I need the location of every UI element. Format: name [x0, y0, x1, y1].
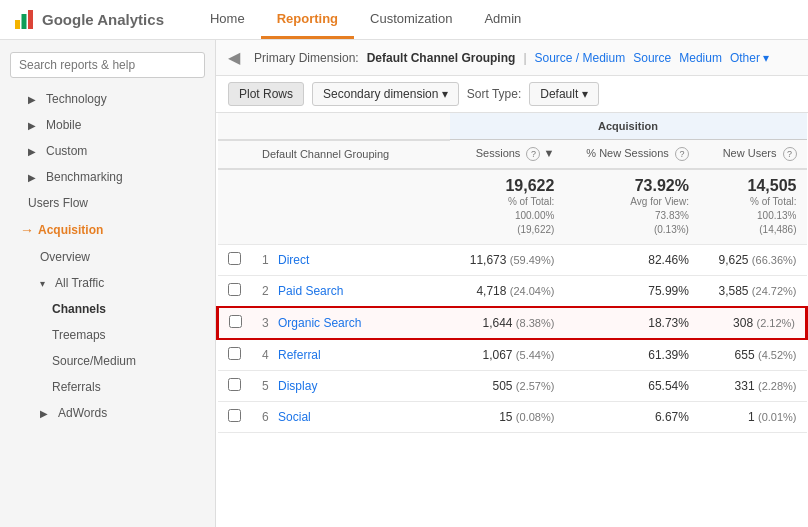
- table-row: 2 Paid Search 4,718 (24.04%) 75.99% 3,58…: [218, 276, 807, 308]
- data-table-wrap: Acquisition Default Channel Grouping Ses…: [216, 113, 808, 433]
- row2-checkbox[interactable]: [228, 283, 241, 296]
- sidebar-item-all-traffic[interactable]: ▾ All Traffic: [0, 270, 215, 296]
- sidebar-label-channels: Channels: [52, 302, 106, 316]
- row2-pct-new: 75.99%: [564, 276, 699, 308]
- dim-link-source[interactable]: Source: [633, 51, 671, 65]
- row4-channel-link[interactable]: Referral: [278, 348, 321, 362]
- row3-checkbox[interactable]: [229, 315, 242, 328]
- app-header: Google Analytics Home Reporting Customiz…: [0, 0, 808, 40]
- primary-dim-label: Primary Dimension:: [254, 51, 359, 65]
- nav-customization[interactable]: Customization: [354, 0, 468, 39]
- row1-num: 1: [262, 253, 269, 267]
- row2-channel-link[interactable]: Paid Search: [278, 284, 343, 298]
- totals-pct-new-sub: Avg for View: 73.83% (0.13%): [574, 195, 689, 237]
- row6-new-users: 1 (0.01%): [699, 402, 807, 433]
- row6-sessions-val: 15: [499, 410, 512, 424]
- row4-nu-pct: (4.52%): [758, 349, 797, 361]
- dim-link-source-medium[interactable]: Source / Medium: [535, 51, 626, 65]
- row5-checkbox[interactable]: [228, 378, 241, 391]
- sidebar-item-overview[interactable]: Overview: [0, 244, 215, 270]
- row2-new-users: 3,585 (24.72%): [699, 276, 807, 308]
- totals-sessions-sub3: (19,622): [517, 224, 554, 235]
- sidebar-item-acquisition[interactable]: → Acquisition: [0, 216, 215, 244]
- row2-check[interactable]: [218, 276, 253, 308]
- row4-nu-val: 655: [735, 348, 755, 362]
- row4-checkbox[interactable]: [228, 347, 241, 360]
- row1-sessions-val: 11,673: [470, 253, 507, 267]
- chevron-icon: ▶: [40, 408, 48, 419]
- sort-default-button[interactable]: Default ▾: [529, 82, 598, 106]
- totals-sessions-sub2: 100.00%: [515, 210, 554, 221]
- sidebar-item-referrals[interactable]: Referrals: [0, 374, 215, 400]
- toolbar: Plot Rows Secondary dimension ▾ Sort Typ…: [216, 76, 808, 113]
- row1-checkbox[interactable]: [228, 252, 241, 265]
- secondary-dim-button[interactable]: Secondary dimension ▾: [312, 82, 459, 106]
- row5-check[interactable]: [218, 371, 253, 402]
- sidebar-item-custom[interactable]: ▶ Custom: [0, 138, 215, 164]
- sidebar: ▶ Technology ▶ Mobile ▶ Custom ▶ Benchma…: [0, 40, 216, 527]
- logo-icon: [12, 8, 36, 32]
- row6-check[interactable]: [218, 402, 253, 433]
- svg-rect-2: [28, 10, 33, 29]
- sidebar-item-benchmarking[interactable]: ▶ Benchmarking: [0, 164, 215, 190]
- search-input[interactable]: [10, 52, 205, 78]
- row6-checkbox[interactable]: [228, 409, 241, 422]
- row4-sessions-val: 1,067: [482, 348, 512, 362]
- new-users-info-icon[interactable]: ?: [783, 147, 797, 161]
- row3-sessions-pct: (8.38%): [516, 317, 555, 329]
- sessions-sort-icon[interactable]: ▼: [544, 147, 555, 159]
- row2-num: 2: [262, 284, 269, 298]
- table-row: 4 Referral 1,067 (5.44%) 61.39% 655 (4.5…: [218, 339, 807, 371]
- row3-pct-new: 18.73%: [564, 307, 699, 339]
- table-row-highlighted: 3 Organic Search 1,644 (8.38%) 18.73% 30…: [218, 307, 807, 339]
- sidebar-item-treemaps[interactable]: Treemaps: [0, 322, 215, 348]
- row5-channel-link[interactable]: Display: [278, 379, 317, 393]
- sidebar-label-users-flow: Users Flow: [28, 196, 88, 210]
- totals-nu-sub3: (14,486): [759, 224, 796, 235]
- nav-reporting[interactable]: Reporting: [261, 0, 354, 39]
- row5-nu-pct: (2.28%): [758, 380, 797, 392]
- row1-check[interactable]: [218, 245, 253, 276]
- row4-sessions-pct: (5.44%): [516, 349, 555, 361]
- row4-num: 4: [262, 348, 269, 362]
- dim-link-other[interactable]: Other ▾: [730, 51, 769, 65]
- row2-nu-val: 3,585: [718, 284, 748, 298]
- nav-home[interactable]: Home: [194, 0, 261, 39]
- row3-nu-pct: (2.12%): [756, 317, 795, 329]
- pct-new-info-icon[interactable]: ?: [675, 147, 689, 161]
- nav-admin[interactable]: Admin: [468, 0, 537, 39]
- row5-num-channel: 5 Display: [252, 371, 450, 402]
- totals-row: 19,622 % of Total: 100.00% (19,622) 73.9…: [218, 169, 807, 245]
- acquisition-arrow-icon: →: [20, 222, 34, 238]
- totals-sessions-sub: % of Total: 100.00% (19,622): [460, 195, 555, 237]
- sidebar-label-overview: Overview: [40, 250, 90, 264]
- sidebar-item-users-flow[interactable]: Users Flow: [0, 190, 215, 216]
- row4-pct-new: 61.39%: [564, 339, 699, 371]
- pct-new-label: % New Sessions: [586, 147, 669, 159]
- sidebar-item-adwords[interactable]: ▶ AdWords: [0, 400, 215, 426]
- row3-sessions-val: 1,644: [482, 316, 512, 330]
- sidebar-item-technology[interactable]: ▶ Technology: [0, 86, 215, 112]
- plot-rows-button[interactable]: Plot Rows: [228, 82, 304, 106]
- totals-check: [218, 169, 253, 245]
- sidebar-item-source-medium[interactable]: Source/Medium: [0, 348, 215, 374]
- row5-sessions-val: 505: [492, 379, 512, 393]
- row4-check[interactable]: [218, 339, 253, 371]
- row2-num-channel: 2 Paid Search: [252, 276, 450, 308]
- chevron-down-icon: ▾: [40, 278, 45, 289]
- row3-check[interactable]: [218, 307, 253, 339]
- layout: ▶ Technology ▶ Mobile ▶ Custom ▶ Benchma…: [0, 40, 808, 527]
- row4-new-users: 655 (4.52%): [699, 339, 807, 371]
- collapse-arrow-icon[interactable]: ◀: [228, 48, 246, 67]
- totals-sessions: 19,622 % of Total: 100.00% (19,622): [450, 169, 565, 245]
- sidebar-item-channels[interactable]: Channels: [0, 296, 215, 322]
- sidebar-item-mobile[interactable]: ▶ Mobile: [0, 112, 215, 138]
- row3-channel-link[interactable]: Organic Search: [278, 316, 361, 330]
- main-nav: Home Reporting Customization Admin: [194, 0, 537, 39]
- row1-channel-link[interactable]: Direct: [278, 253, 309, 267]
- totals-pct-sub1: Avg for View:: [630, 196, 689, 207]
- dim-link-medium[interactable]: Medium: [679, 51, 722, 65]
- row6-channel-link[interactable]: Social: [278, 410, 311, 424]
- sessions-info-icon[interactable]: ?: [526, 147, 540, 161]
- th-acquisition-group: Acquisition: [450, 113, 807, 140]
